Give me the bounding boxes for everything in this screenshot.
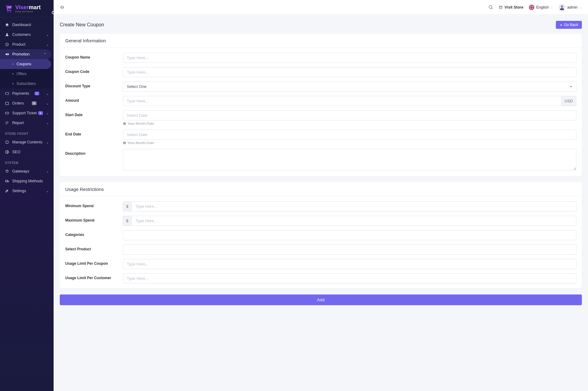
cart-icon <box>5 5 13 13</box>
brand-name-2: mart <box>29 4 41 10</box>
collapse-sidebar-icon[interactable] <box>60 5 65 10</box>
sidebar-item-manage-contents[interactable]: Manage Contents ⌄ <box>0 137 54 147</box>
flag-uk-icon <box>529 5 534 10</box>
sidebar-item-subscribers[interactable]: Subscribers <box>0 79 54 89</box>
sidebar-item-shipping[interactable]: Shipping Methods <box>0 176 54 186</box>
box-icon <box>5 101 9 105</box>
sidebar-item-payments[interactable]: Payments 1 ⌄ <box>0 89 54 98</box>
sidebar-item-promotion[interactable]: Promotion ⌃ <box>0 49 51 59</box>
categories-label: Categories <box>65 230 123 237</box>
chevron-down-icon: ⌄ <box>551 6 553 9</box>
reply-icon <box>560 23 563 27</box>
language-switcher[interactable]: English ⌄ <box>529 5 553 10</box>
categories-input[interactable] <box>123 230 576 240</box>
max-spend-addon: $ <box>123 216 131 226</box>
promotion-submenu: Coupons Offers Subscribers <box>0 59 54 89</box>
min-spend-input[interactable] <box>131 201 576 211</box>
min-spend-addon: $ <box>123 201 131 211</box>
go-back-button[interactable]: Go Back <box>556 21 582 29</box>
sidebar-item-offers[interactable]: Offers <box>0 69 54 79</box>
ticket-icon <box>5 111 9 115</box>
sidebar-header-system: SYSTEM <box>0 157 54 166</box>
sidebar-label: Shipping Methods <box>12 179 43 183</box>
sidebar: Visermart Easy and Best Dashboard Custom… <box>0 0 54 391</box>
sidebar-label: Settings <box>12 189 26 193</box>
chevron-down-icon: ⌄ <box>46 92 49 95</box>
sidebar-label: Manage Contents <box>12 140 43 144</box>
start-date-hint: Year-Month-Date <box>127 122 154 125</box>
usage-limit-coupon-input[interactable] <box>123 259 576 269</box>
visit-store-label: Visit Store <box>504 5 523 9</box>
chevron-down-icon: ⌄ <box>46 112 49 115</box>
sidebar-label: SEO <box>12 150 20 154</box>
add-button[interactable]: Add <box>60 294 582 305</box>
support-badge: 1 <box>38 111 43 115</box>
sidebar-item-support[interactable]: Support Ticket 1 ⌄ <box>0 108 54 118</box>
sidebar-collapse-dot[interactable] <box>52 11 55 14</box>
chevron-down-icon: ⌄ <box>46 102 49 105</box>
end-date-input[interactable] <box>123 130 576 140</box>
megaphone-icon <box>5 52 9 56</box>
sidebar-label: Offers <box>17 72 26 76</box>
sidebar-item-settings[interactable]: Settings ⌄ <box>0 186 54 196</box>
svg-rect-4 <box>6 112 9 114</box>
amount-input[interactable] <box>123 96 562 106</box>
sidebar-item-gateways[interactable]: Gateways ⌄ <box>0 166 54 176</box>
bullet-icon <box>12 63 13 65</box>
svg-point-1 <box>7 44 7 45</box>
start-date-input[interactable] <box>123 110 576 120</box>
wrench-icon <box>5 189 9 193</box>
payments-badge: 1 <box>35 92 39 95</box>
crosshair-icon <box>5 42 9 47</box>
coupon-code-input[interactable] <box>123 67 576 77</box>
usage-limit-customer-input[interactable] <box>123 273 576 283</box>
sidebar-item-dashboard[interactable]: Dashboard <box>0 20 54 30</box>
sidebar-label: Payments <box>12 91 29 96</box>
sidebar-header-storefront: STORE FRONT <box>0 128 54 137</box>
sidebar-item-product[interactable]: Product ⌄ <box>0 40 54 49</box>
sidebar-item-coupons[interactable]: Coupons <box>0 59 51 69</box>
card-icon <box>5 91 9 96</box>
user-menu[interactable]: admin ⌄ <box>559 4 582 11</box>
sidebar-item-customers[interactable]: Customers ⌄ <box>0 30 54 40</box>
description-label: Description <box>65 149 123 156</box>
bullet-icon <box>12 73 13 74</box>
coupon-name-input[interactable] <box>123 53 576 63</box>
sidebar-label: Promotion <box>12 52 30 56</box>
sidebar-label: Product <box>12 42 25 47</box>
chevron-up-icon: ⌃ <box>44 53 46 56</box>
end-date-hint: Year-Month-Date <box>127 141 154 145</box>
brand-name-1: Viser <box>15 4 29 10</box>
max-spend-input[interactable] <box>131 216 576 226</box>
select-product-input[interactable] <box>123 245 576 255</box>
orders-badge: 0 <box>32 101 36 105</box>
sidebar-item-report[interactable]: Report ⌄ <box>0 118 54 128</box>
sidebar-label: Report <box>12 121 24 125</box>
svg-point-12 <box>561 5 563 7</box>
visit-store-link[interactable]: Visit Store <box>499 5 523 9</box>
svg-rect-5 <box>6 141 8 143</box>
home-icon <box>5 23 9 27</box>
sidebar-label: Subscribers <box>17 82 36 86</box>
list-icon <box>5 121 9 125</box>
chevron-down-icon: ⌄ <box>46 43 49 46</box>
general-information-card: General Information Coupon Name Coupon C… <box>60 34 582 176</box>
description-input[interactable] <box>123 149 576 170</box>
sidebar-item-orders[interactable]: Orders 0 ⌄ <box>0 98 54 108</box>
go-back-label: Go Back <box>564 23 578 27</box>
svg-point-8 <box>8 182 8 182</box>
sidebar-label: Coupons <box>17 62 31 66</box>
min-spend-label: Minimum Spend <box>65 201 123 208</box>
usage-limit-customer-label: Usage Limit Per Customer <box>65 273 123 280</box>
users-icon <box>5 32 9 37</box>
card-title-general: General Information <box>60 34 582 48</box>
discount-type-select[interactable]: Select One <box>123 82 576 92</box>
coupon-code-label: Coupon Code <box>65 67 123 74</box>
topbar-search[interactable] <box>488 5 493 10</box>
brand-logo[interactable]: Visermart Easy and Best <box>0 0 54 17</box>
sidebar-item-seo[interactable]: SEO <box>0 147 54 157</box>
usage-limit-coupon-label: Usage Limit Per Coupon <box>65 259 123 266</box>
start-date-label: Start Date <box>65 110 123 117</box>
store-icon <box>499 6 503 9</box>
amount-currency-addon: USD <box>562 96 576 106</box>
